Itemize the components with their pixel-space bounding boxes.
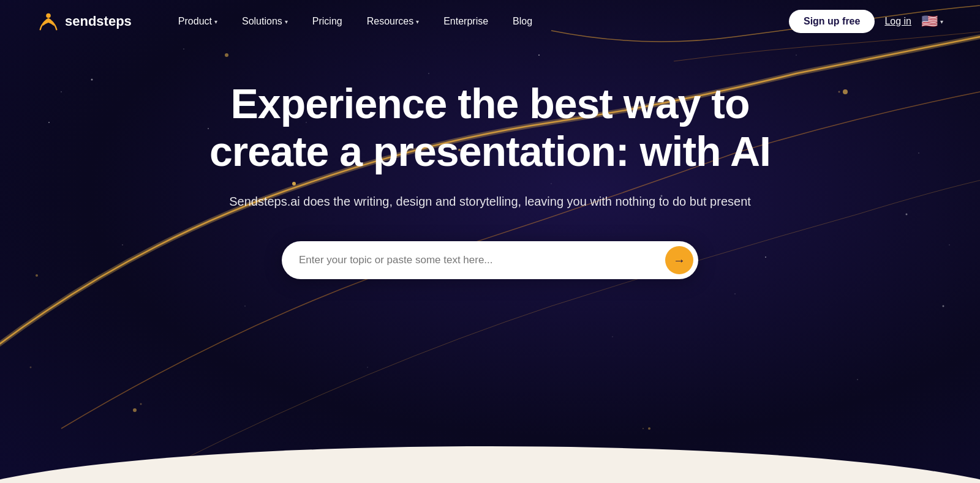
- logo-icon: [37, 10, 60, 33]
- svg-point-18: [46, 13, 51, 18]
- hero-title: Experience the best way to create a pres…: [199, 80, 781, 175]
- search-submit-button[interactable]: →: [665, 246, 693, 274]
- svg-point-17: [0, 446, 980, 483]
- hero-section: Experience the best way to create a pres…: [0, 43, 980, 279]
- nav-item-pricing[interactable]: Pricing: [303, 11, 352, 32]
- svg-point-14: [943, 305, 944, 307]
- chevron-down-icon: ▾: [940, 18, 943, 25]
- search-box: →: [282, 241, 698, 279]
- svg-point-12: [133, 408, 137, 412]
- language-selector[interactable]: 🇺🇸 ▾: [921, 13, 943, 29]
- login-button[interactable]: Log in: [884, 16, 911, 27]
- arrow-right-icon: →: [673, 253, 685, 268]
- bottom-curve: [0, 434, 980, 483]
- nav-item-enterprise[interactable]: Enterprise: [434, 11, 498, 32]
- nav-item-blog[interactable]: Blog: [503, 11, 542, 32]
- nav-links: Product ▾ Solutions ▾ Pricing Resources …: [168, 11, 789, 32]
- chevron-down-icon: ▾: [285, 18, 288, 25]
- svg-point-13: [648, 427, 650, 430]
- logo[interactable]: sendsteps: [37, 10, 132, 33]
- flag-icon: 🇺🇸: [921, 13, 938, 29]
- chevron-down-icon: ▾: [416, 18, 419, 25]
- nav-item-product[interactable]: Product ▾: [168, 11, 227, 32]
- signup-button[interactable]: Sign up free: [789, 10, 875, 33]
- topic-input[interactable]: [299, 254, 665, 266]
- logo-text: sendsteps: [65, 13, 132, 29]
- hero-subtitle: Sendsteps.ai does the writing, design an…: [229, 192, 751, 211]
- chevron-down-icon: ▾: [214, 18, 217, 25]
- nav-right: Sign up free Log in 🇺🇸 ▾: [789, 10, 943, 33]
- navbar: sendsteps Product ▾ Solutions ▾ Pricing …: [0, 0, 980, 43]
- nav-item-resources[interactable]: Resources ▾: [357, 11, 429, 32]
- nav-item-solutions[interactable]: Solutions ▾: [232, 11, 298, 32]
